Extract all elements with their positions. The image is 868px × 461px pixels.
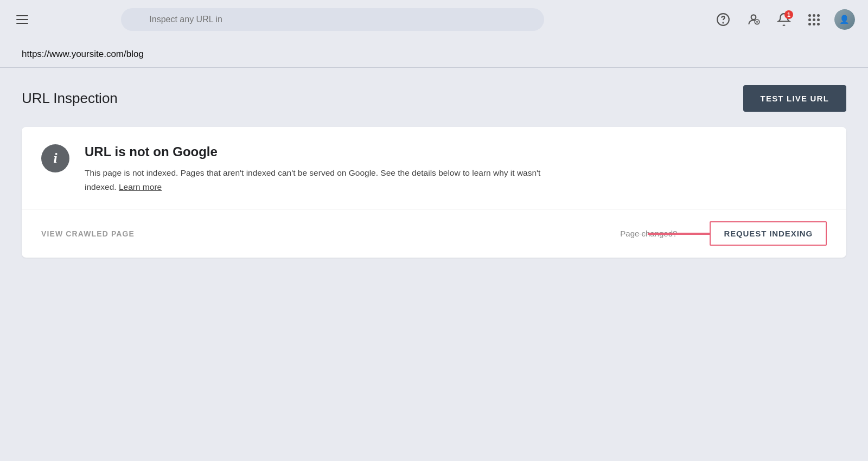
top-nav: 1 👤: [0, 0, 868, 39]
card-heading: URL is not on Google: [85, 144, 573, 159]
menu-icon[interactable]: [13, 10, 33, 29]
search-input[interactable]: [121, 8, 544, 31]
test-live-url-button[interactable]: TEST LIVE URL: [743, 85, 846, 112]
page-header: URL Inspection TEST LIVE URL: [22, 85, 846, 112]
card-description: This page is not indexed. Pages that are…: [85, 166, 573, 194]
info-icon: i: [41, 144, 69, 172]
main-content: URL Inspection TEST LIVE URL i URL is no…: [0, 68, 868, 279]
request-indexing-button[interactable]: REQUEST INDEXING: [710, 221, 827, 246]
nav-icons: 1 👤: [713, 9, 855, 30]
notifications-icon[interactable]: 1: [774, 9, 794, 30]
help-icon[interactable]: [713, 9, 733, 30]
svg-point-3: [723, 22, 723, 23]
svg-point-4: [751, 15, 756, 20]
search-bar: [121, 8, 544, 31]
footer-right: Page changed? REQUEST INDEXING: [620, 221, 827, 246]
apps-icon[interactable]: [804, 9, 825, 30]
card-body: i URL is not on Google This page is not …: [22, 127, 846, 209]
card-text: URL is not on Google This page is not in…: [85, 144, 573, 194]
url-inspection-card: i URL is not on Google This page is not …: [22, 127, 846, 258]
url-bar: https://www.yoursite.com/blog: [0, 39, 868, 68]
card-footer: VIEW CRAWLED PAGE Page changed? REQUEST …: [22, 209, 846, 258]
view-crawled-page-button[interactable]: VIEW CRAWLED PAGE: [41, 229, 135, 238]
account-settings-icon[interactable]: [743, 9, 764, 30]
grid-dots-icon: [808, 14, 820, 25]
notification-badge: 1: [784, 10, 793, 19]
avatar[interactable]: 👤: [834, 9, 855, 30]
page-title: URL Inspection: [22, 90, 118, 107]
inspected-url: https://www.yoursite.com/blog: [22, 49, 144, 59]
learn-more-link[interactable]: Learn more: [119, 182, 162, 191]
svg-point-5: [755, 20, 760, 24]
avatar-image: 👤: [834, 9, 855, 30]
